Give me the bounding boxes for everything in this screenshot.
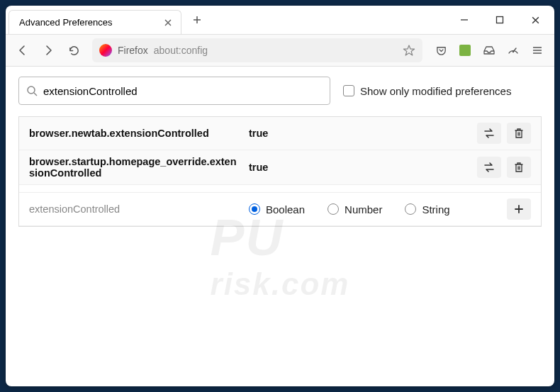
radio-icon[interactable] (327, 203, 339, 215)
search-row: Show only modified preferences (18, 77, 542, 105)
radio-label: String (422, 203, 449, 215)
close-tab-icon[interactable] (162, 17, 174, 28)
url-bar[interactable]: Firefox about:config (92, 38, 422, 62)
browser-tab[interactable]: Advanced Preferences (9, 10, 181, 34)
new-tab-button[interactable] (187, 10, 207, 30)
bookmark-star-icon[interactable] (403, 44, 415, 57)
radio-icon[interactable] (405, 203, 416, 215)
pref-row[interactable]: browser.newtab.extensionControlled true (19, 117, 541, 150)
search-icon (26, 85, 38, 96)
inbox-icon[interactable] (478, 39, 500, 62)
type-boolean[interactable]: Boolean (249, 203, 305, 215)
modified-only-label[interactable]: Show only modified preferences (343, 85, 511, 97)
svg-rect-0 (497, 17, 503, 23)
minimize-button[interactable] (448, 7, 481, 33)
pref-value: true (249, 128, 470, 139)
type-string[interactable]: String (405, 203, 449, 215)
dashboard-icon[interactable] (502, 39, 525, 62)
pref-actions (477, 123, 531, 144)
checkbox-text: Show only modified preferences (360, 85, 511, 97)
tab-title: Advanced Preferences (19, 17, 113, 28)
toolbar-icons (430, 39, 549, 62)
pref-name: browser.newtab.extensionControlled (29, 128, 242, 139)
nav-toolbar: Firefox about:config (6, 34, 554, 67)
search-input[interactable] (43, 85, 323, 97)
type-options: Boolean Number String (249, 203, 500, 215)
delete-button[interactable] (507, 157, 531, 178)
window-controls (448, 7, 551, 33)
add-button[interactable] (507, 198, 531, 220)
delete-button[interactable] (507, 123, 531, 144)
pocket-icon[interactable] (430, 39, 452, 62)
toggle-button[interactable] (477, 157, 501, 178)
maximize-button[interactable] (483, 7, 516, 33)
new-pref-name: extensionControlled (29, 203, 242, 215)
back-button[interactable] (11, 39, 34, 62)
radio-label: Number (345, 203, 382, 215)
content-area: Show only modified preferences browser.n… (6, 67, 554, 386)
preferences-list: browser.newtab.extensionControlled true … (18, 116, 542, 227)
firefox-logo-icon (99, 44, 112, 57)
svg-point-1 (513, 51, 514, 52)
radio-icon[interactable] (249, 203, 260, 215)
close-button[interactable] (519, 7, 551, 33)
forward-button[interactable] (37, 39, 60, 62)
svg-point-2 (28, 86, 35, 94)
pref-actions (477, 157, 531, 178)
modified-only-checkbox[interactable] (343, 85, 354, 96)
menu-icon[interactable] (526, 39, 549, 62)
titlebar: Advanced Preferences (6, 6, 554, 34)
radio-label: Boolean (266, 203, 305, 215)
type-number[interactable]: Number (327, 203, 382, 215)
pref-value: true (249, 162, 470, 173)
extension-icon[interactable] (454, 39, 476, 62)
toggle-button[interactable] (477, 123, 501, 144)
pref-row[interactable]: browser.startup.homepage_override.extens… (19, 150, 541, 185)
browser-window: Advanced Preferences (6, 6, 554, 386)
add-pref-row: extensionControlled Boolean Number Strin… (19, 192, 541, 226)
pref-name: browser.startup.homepage_override.extens… (29, 156, 242, 179)
search-box[interactable] (18, 77, 330, 105)
url-brand: Firefox (118, 45, 148, 56)
url-address: about:config (154, 45, 208, 56)
pref-actions (507, 198, 531, 220)
reload-button[interactable] (62, 39, 85, 62)
